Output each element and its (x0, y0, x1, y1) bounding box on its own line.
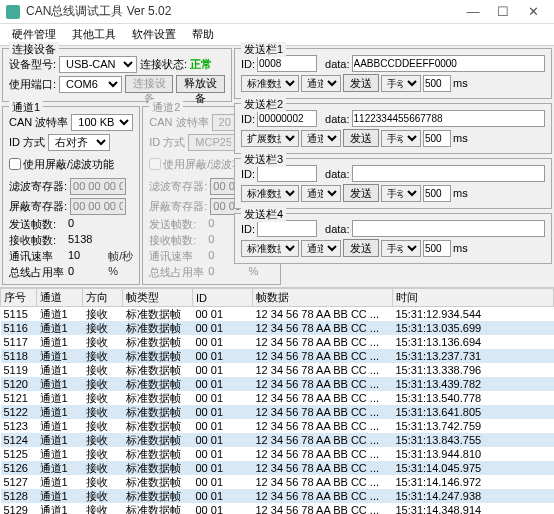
send-button[interactable]: 发送 (343, 74, 379, 92)
table-row[interactable]: 5121通道1接收标准数据帧00 0112 34 56 78 AA BB CC … (1, 391, 554, 405)
table-row[interactable]: 5116通道1接收标准数据帧00 0112 34 56 78 AA BB CC … (1, 321, 554, 335)
col-type: 帧类型 (123, 289, 193, 307)
send-id-input[interactable] (257, 110, 317, 127)
frame-type-select[interactable]: 标准数据帧 (241, 240, 299, 257)
cell-time: 15:31:13.944.810 (393, 447, 554, 461)
send-panel-1: 发送栏1ID:data:标准数据帧通道1发送手动ms (234, 48, 552, 99)
close-button[interactable]: ✕ (518, 2, 548, 22)
cell-seq: 5116 (1, 321, 37, 335)
cell-seq: 5124 (1, 433, 37, 447)
cell-seq: 5126 (1, 461, 37, 475)
ch1-bus-label: 总线占用率 (9, 265, 64, 280)
menu-settings[interactable]: 软件设置 (124, 25, 184, 44)
ms-label: ms (453, 187, 468, 199)
cell-type: 标准数据帧 (123, 321, 193, 335)
cell-dir: 接收 (83, 447, 123, 461)
cell-data: 12 34 56 78 AA BB CC ... (253, 335, 393, 349)
table-row[interactable]: 5129通道1接收标准数据帧00 0112 34 56 78 AA BB CC … (1, 503, 554, 514)
send-panel-4: 发送栏4ID:data:标准数据帧通道1发送手动ms (234, 213, 552, 264)
menu-help[interactable]: 帮助 (184, 25, 222, 44)
cell-data: 12 34 56 78 AA BB CC ... (253, 503, 393, 514)
ch1-mask-checkbox[interactable] (9, 158, 21, 170)
frame-type-select[interactable]: 标准数据帧 (241, 185, 299, 202)
table-row[interactable]: 5122通道1接收标准数据帧00 0112 34 56 78 AA BB CC … (1, 405, 554, 419)
table-row[interactable]: 5128通道1接收标准数据帧00 0112 34 56 78 AA BB CC … (1, 489, 554, 503)
cell-ch: 通道1 (37, 363, 83, 377)
cell-time: 15:31:12.934.544 (393, 307, 554, 322)
cell-type: 标准数据帧 (123, 349, 193, 363)
send-id-input[interactable] (257, 55, 317, 72)
cell-data: 12 34 56 78 AA BB CC ... (253, 475, 393, 489)
cell-type: 标准数据帧 (123, 475, 193, 489)
data-label: data: (325, 113, 349, 125)
channel-select[interactable]: 通道1 (301, 185, 341, 202)
cell-data: 12 34 56 78 AA BB CC ... (253, 349, 393, 363)
send-button[interactable]: 发送 (343, 184, 379, 202)
send-data-input[interactable] (352, 220, 545, 237)
send-title: 发送栏4 (241, 207, 286, 222)
interval-input[interactable] (423, 240, 451, 257)
table-row[interactable]: 5117通道1接收标准数据帧00 0112 34 56 78 AA BB CC … (1, 335, 554, 349)
send-button[interactable]: 发送 (343, 239, 379, 257)
table-row[interactable]: 5127通道1接收标准数据帧00 0112 34 56 78 AA BB CC … (1, 475, 554, 489)
table-row[interactable]: 5118通道1接收标准数据帧00 0112 34 56 78 AA BB CC … (1, 349, 554, 363)
cell-time: 15:31:14.045.975 (393, 461, 554, 475)
devtype-select[interactable]: USB-CAN A1+ (59, 56, 137, 73)
table-row[interactable]: 5125通道1接收标准数据帧00 0112 34 56 78 AA BB CC … (1, 447, 554, 461)
table-row[interactable]: 5120通道1接收标准数据帧00 0112 34 56 78 AA BB CC … (1, 377, 554, 391)
interval-input[interactable] (423, 75, 451, 92)
interval-input[interactable] (423, 130, 451, 147)
ch1-baud-select[interactable]: 100 KBPS (71, 114, 133, 131)
status-label: 连接状态: (140, 57, 187, 72)
id-label: ID: (241, 223, 255, 235)
table-row[interactable]: 5123通道1接收标准数据帧00 0112 34 56 78 AA BB CC … (1, 419, 554, 433)
table-row[interactable]: 5124通道1接收标准数据帧00 0112 34 56 78 AA BB CC … (1, 433, 554, 447)
channel-select[interactable]: 通道1 (301, 130, 341, 147)
cell-seq: 5128 (1, 489, 37, 503)
cell-time: 15:31:13.136.694 (393, 335, 554, 349)
cell-ch: 通道1 (37, 349, 83, 363)
port-select[interactable]: COM6 (59, 76, 122, 93)
cell-dir: 接收 (83, 433, 123, 447)
connect-button[interactable]: 连接设备 (125, 75, 174, 93)
cell-type: 标准数据帧 (123, 405, 193, 419)
mode-select[interactable]: 手动 (381, 75, 421, 92)
col-seq: 序号 (1, 289, 37, 307)
frame-type-select[interactable]: 标准数据帧 (241, 75, 299, 92)
send-id-input[interactable] (257, 165, 317, 182)
devtype-label: 设备型号: (9, 57, 56, 72)
table-row[interactable]: 5115通道1接收标准数据帧00 0112 34 56 78 AA BB CC … (1, 307, 554, 322)
send-data-input[interactable] (352, 110, 545, 127)
cell-time: 15:31:13.843.755 (393, 433, 554, 447)
minimize-button[interactable]: — (458, 2, 488, 22)
send-id-input[interactable] (257, 220, 317, 237)
frame-table[interactable]: 序号 通道 方向 帧类型 ID 帧数据 时间 5115通道1接收标准数据帧00 … (0, 288, 554, 514)
col-id: ID (193, 289, 253, 307)
cell-time: 15:31:13.742.759 (393, 419, 554, 433)
cell-data: 12 34 56 78 AA BB CC ... (253, 433, 393, 447)
ch1-maskreg-input (70, 198, 126, 215)
cell-dir: 接收 (83, 377, 123, 391)
frame-type-select[interactable]: 扩展数据帧 (241, 130, 299, 147)
ch1-idmode-select[interactable]: 右对齐 (48, 134, 110, 151)
table-row[interactable]: 5119通道1接收标准数据帧00 0112 34 56 78 AA BB CC … (1, 363, 554, 377)
table-row[interactable]: 5126通道1接收标准数据帧00 0112 34 56 78 AA BB CC … (1, 461, 554, 475)
port-label: 使用端口: (9, 77, 56, 92)
maximize-button[interactable]: ☐ (488, 2, 518, 22)
mode-select[interactable]: 手动 (381, 130, 421, 147)
channel-select[interactable]: 通道1 (301, 240, 341, 257)
menu-tools[interactable]: 其他工具 (64, 25, 124, 44)
cell-dir: 接收 (83, 489, 123, 503)
send-data-input[interactable] (352, 55, 545, 72)
send-data-input[interactable] (352, 165, 545, 182)
cell-dir: 接收 (83, 503, 123, 514)
mode-select[interactable]: 手动 (381, 240, 421, 257)
mode-select[interactable]: 手动 (381, 185, 421, 202)
send-button[interactable]: 发送 (343, 129, 379, 147)
interval-input[interactable] (423, 185, 451, 202)
cell-time: 15:31:13.338.796 (393, 363, 554, 377)
cell-time: 15:31:13.439.782 (393, 377, 554, 391)
cell-dir: 接收 (83, 363, 123, 377)
release-button[interactable]: 释放设备 (176, 75, 225, 93)
channel-select[interactable]: 通道1 (301, 75, 341, 92)
